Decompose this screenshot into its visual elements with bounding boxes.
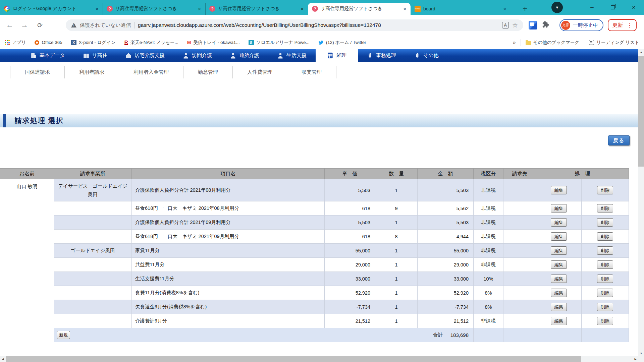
- avatar: 光彦: [561, 21, 570, 30]
- scroll-left-arrow-icon[interactable]: ◀: [0, 356, 6, 362]
- close-window-button[interactable]: ×: [623, 0, 644, 15]
- delete-button[interactable]: 削除: [597, 317, 613, 325]
- other-bookmarks-button[interactable]: その他のブックマーク: [526, 40, 580, 46]
- edit-button[interactable]: 編集: [551, 232, 567, 241]
- extension-blue-icon[interactable]: [529, 21, 537, 29]
- new-button[interactable]: 新規: [57, 331, 70, 339]
- edit-button[interactable]: 編集: [551, 260, 567, 269]
- edit-button[interactable]: 編集: [551, 246, 567, 255]
- minimize-button[interactable]: –: [582, 0, 602, 15]
- edit-button[interactable]: 編集: [551, 317, 567, 325]
- extensions-puzzle-icon[interactable]: [542, 21, 549, 29]
- building-icon: [31, 53, 37, 59]
- profile-dropdown-button[interactable]: ▼: [551, 2, 563, 13]
- profile-chip[interactable]: 光彦 一時停止中: [559, 19, 603, 31]
- tab-sakoju-1[interactable]: ? サ高住専用経営ソフトさつき ×: [103, 3, 205, 15]
- scroll-down-arrow-icon[interactable]: ▼: [638, 351, 644, 356]
- return-button[interactable]: 戻る: [608, 135, 630, 145]
- tab-sakoju-active[interactable]: ? サ高住専用経営ソフトさつき ×: [308, 3, 411, 15]
- edit-button[interactable]: 編集: [551, 186, 567, 194]
- delete-button[interactable]: 削除: [597, 218, 613, 227]
- tab-close-icon[interactable]: ×: [300, 6, 305, 12]
- bookmark-soloel[interactable]: S ソロエルアリーナ Powe...: [249, 40, 310, 46]
- delete-button[interactable]: 削除: [597, 289, 613, 297]
- bookmarks-bar: アプリ Office 365 X X-point - ログイン R 楽天e-NA…: [0, 36, 644, 49]
- restore-button[interactable]: [602, 0, 623, 15]
- translate-icon[interactable]: A: [502, 22, 509, 28]
- subnav-riyosha-nyukin[interactable]: 利用者入金管理: [119, 66, 183, 78]
- tab-sakoju-2[interactable]: ? サ高住専用経営ソフトさつき ×: [205, 3, 308, 15]
- tab-close-icon[interactable]: ×: [197, 6, 202, 12]
- bill-to-cell: [503, 272, 536, 286]
- calculator-icon: [327, 52, 333, 59]
- vertical-scroll-thumb[interactable]: [638, 56, 644, 167]
- delete-button[interactable]: 削除: [597, 232, 613, 241]
- subnav-kokuhoren-seikyu[interactable]: 国保連請求: [10, 66, 65, 78]
- bookmark-gmail[interactable]: M 受信トレイ - okawa1...: [187, 40, 240, 46]
- question-favicon-icon: ?: [209, 6, 215, 12]
- office-icon: [35, 40, 39, 45]
- url-text[interactable]: gasrv.japanwest.cloudapp.azure.com/web/A…: [138, 22, 499, 28]
- tab-close-icon[interactable]: ×: [402, 6, 407, 12]
- delete-button[interactable]: 削除: [597, 303, 613, 311]
- vertical-scrollbar[interactable]: ▲ ▼: [638, 49, 644, 356]
- edit-button[interactable]: 編集: [551, 218, 567, 227]
- billing-table: お名前 請求事業所 項目名 単 価 数 量 金 額 税区分 請求先 処 理 山口…: [0, 168, 629, 342]
- subnav-kintai-kanri[interactable]: 勤怠管理: [183, 66, 233, 78]
- nav-item-jimu-shori[interactable]: 事務処理: [358, 49, 405, 62]
- bookmark-star-icon[interactable]: ☆: [512, 21, 518, 29]
- reload-button[interactable]: ⟳: [34, 19, 46, 31]
- nav-item-sonota[interactable]: その他: [405, 49, 448, 62]
- bookmark-apps[interactable]: アプリ: [5, 40, 26, 46]
- nav-item-kihon-data[interactable]: 基本データ: [21, 49, 74, 62]
- tab-close-icon[interactable]: ×: [502, 6, 507, 12]
- nav-item-keiri-active[interactable]: 経理: [316, 49, 358, 62]
- bookmarks-overflow-chevron[interactable]: »: [513, 40, 516, 46]
- nav-item-tsusho-kaigo[interactable]: 通所介護: [221, 49, 268, 62]
- nav-item-kyotaku-kaigo[interactable]: 居宅介護支援: [116, 49, 174, 62]
- bookmark-office365[interactable]: Office 365: [35, 40, 62, 45]
- main-nav: 基本データ サ高住 居宅介護支援 訪問介護 通所介護 生活支援 経理 事務処理: [0, 49, 638, 62]
- nav-item-sakoju[interactable]: サ高住: [74, 49, 116, 62]
- nav-item-homon-kaigo[interactable]: 訪問介護: [174, 49, 221, 62]
- customer-name: 山口 敏明: [0, 179, 54, 342]
- edit-button[interactable]: 編集: [551, 204, 567, 213]
- edit-button[interactable]: 編集: [551, 275, 567, 283]
- menu-kebab-icon[interactable]: ⋮: [627, 22, 632, 28]
- security-label[interactable]: 保護されていない通信: [80, 22, 131, 28]
- tab-title: board: [423, 6, 499, 11]
- delete-button[interactable]: 削除: [597, 275, 613, 283]
- subnav-riyosha-seikyu[interactable]: 利用者請求: [65, 66, 119, 78]
- forward-button[interactable]: →: [19, 19, 30, 31]
- table-row: 昼食618円 一口大 キザミ 2021年09月利用分 618 8 4,944 非…: [0, 230, 629, 244]
- delete-button[interactable]: 削除: [597, 186, 613, 194]
- update-button[interactable]: 更新 ⋮: [608, 19, 637, 31]
- edit-button[interactable]: 編集: [551, 289, 567, 297]
- bookmark-rakuten[interactable]: R 楽天e-NAVI: メッセー...: [124, 40, 178, 46]
- bookmark-xpoint[interactable]: X X-point - ログイン: [71, 40, 116, 46]
- scroll-up-arrow-icon[interactable]: ▲: [638, 49, 644, 55]
- nav-item-seikatsu-shien[interactable]: 生活支援: [268, 49, 316, 62]
- delete-button[interactable]: 削除: [597, 204, 613, 213]
- reading-list-button[interactable]: リーディング リスト: [589, 40, 639, 46]
- tab-close-icon[interactable]: ×: [94, 6, 99, 12]
- norma-favicon-icon: norma: [415, 6, 421, 12]
- horizontal-scrollbar[interactable]: ◀ ▶: [0, 356, 638, 362]
- new-tab-button[interactable]: ＋: [519, 3, 531, 14]
- subnav-shushi-kanri[interactable]: 収支管理: [287, 66, 336, 78]
- rakuten-icon: R: [124, 40, 128, 45]
- scroll-right-arrow-icon[interactable]: ▶: [633, 356, 638, 362]
- subnav-jinkenhi-kanri[interactable]: 人件費管理: [233, 66, 287, 78]
- address-bar[interactable]: ! 保護されていない通信 gasrv.japanwest.cloudapp.az…: [66, 19, 523, 31]
- bookmark-twitter[interactable]: (12) ホーム / Twitter: [318, 40, 366, 46]
- edit-button[interactable]: 編集: [551, 303, 567, 311]
- tab-board[interactable]: norma board ×: [411, 3, 511, 15]
- back-button[interactable]: ←: [4, 19, 15, 31]
- tab-title: サ高住専用経営ソフトさつき: [218, 6, 297, 12]
- horizontal-scroll-thumb[interactable]: [6, 356, 581, 362]
- delete-button[interactable]: 削除: [597, 246, 613, 255]
- tab-google-login[interactable]: ログイン - Google アカウント ×: [0, 3, 103, 15]
- page-title-banner: 請求処理 選択: [0, 114, 638, 127]
- delete-button[interactable]: 削除: [597, 260, 613, 269]
- table-row: 介護費計9月分 21,512 1 21,512 非課税 編集 削除: [0, 314, 629, 328]
